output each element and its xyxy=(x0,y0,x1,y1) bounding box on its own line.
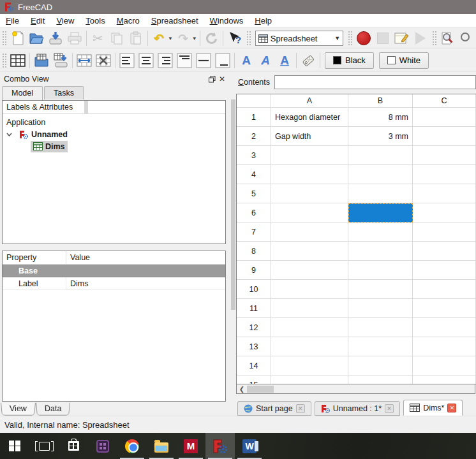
sheet-horizontal-scrollbar[interactable]: ❮ xyxy=(236,384,475,394)
file-explorer-button[interactable] xyxy=(147,433,176,459)
tree-item-application[interactable]: Application xyxy=(3,116,225,128)
align-center-button[interactable] xyxy=(137,52,156,69)
cell-A3[interactable] xyxy=(271,146,348,165)
merge-cells-button[interactable] xyxy=(75,52,94,69)
cell-A8[interactable] xyxy=(271,242,348,261)
sheet-vertical-scrollbar[interactable] xyxy=(230,96,236,393)
foreground-color-button[interactable]: Black xyxy=(325,52,374,69)
contents-input[interactable] xyxy=(274,75,476,89)
cell-B9[interactable] xyxy=(348,261,413,280)
align-right-button[interactable] xyxy=(156,52,175,69)
background-color-button[interactable]: White xyxy=(379,52,429,69)
cell-B3[interactable] xyxy=(348,146,413,165)
cell-B12[interactable] xyxy=(348,318,413,337)
property-group-base[interactable]: Base xyxy=(3,265,225,277)
open-file-button[interactable] xyxy=(27,29,47,47)
macro-edit-button[interactable] xyxy=(392,29,411,47)
cell-C2[interactable] xyxy=(413,127,476,146)
task-view-button[interactable] xyxy=(29,433,59,459)
macro-record-button[interactable] xyxy=(354,29,373,47)
scrollbar-thumb[interactable] xyxy=(247,386,274,393)
tab-data[interactable]: Data xyxy=(36,403,70,416)
zoom-button-clipped[interactable] xyxy=(457,29,476,47)
close-panel-icon[interactable]: ✕ xyxy=(217,74,227,84)
cell-A2[interactable]: Gap width xyxy=(271,127,348,146)
cell-B13[interactable] xyxy=(348,337,413,356)
column-header-B[interactable]: B xyxy=(348,94,413,108)
cell-B2[interactable]: 3 mm xyxy=(348,127,413,146)
cell-B8[interactable] xyxy=(348,242,413,261)
tab-dims-active[interactable]: Dims* ✕ xyxy=(403,400,463,416)
align-left-button[interactable] xyxy=(117,52,137,69)
export-spreadsheet-button[interactable] xyxy=(51,52,70,69)
row-header-12[interactable]: 12 xyxy=(237,318,271,337)
value-column-header[interactable]: Value xyxy=(66,251,94,264)
cell-A1[interactable]: Hexagon diameter xyxy=(271,108,348,127)
property-column-header[interactable]: Property xyxy=(3,251,66,264)
new-document-button[interactable] xyxy=(8,29,27,47)
row-header-1[interactable]: 1 xyxy=(237,108,271,127)
style-underline-button[interactable]: A xyxy=(275,52,294,69)
cell-A4[interactable] xyxy=(271,165,348,184)
row-header-13[interactable]: 13 xyxy=(237,337,271,356)
row-header-10[interactable]: 10 xyxy=(237,280,271,299)
import-spreadsheet-button[interactable] xyxy=(32,52,51,69)
freecad-taskbar-button[interactable] xyxy=(205,433,235,459)
macro-play-button[interactable] xyxy=(411,29,430,47)
cell-C15[interactable] xyxy=(413,375,476,384)
cut-button[interactable]: ✂ xyxy=(89,29,108,47)
property-row-label[interactable]: Label Dims xyxy=(3,277,225,290)
tab-model[interactable]: Model xyxy=(2,86,43,100)
column-header-C[interactable]: C xyxy=(413,94,476,108)
redo-button[interactable]: ↷ xyxy=(174,29,193,47)
start-button[interactable] xyxy=(0,433,29,459)
save-button[interactable] xyxy=(46,29,65,47)
whats-this-button[interactable]: ? xyxy=(225,29,244,47)
cell-A12[interactable] xyxy=(271,318,348,337)
style-bold-button[interactable]: A xyxy=(237,52,256,69)
scrollbar-thumb[interactable] xyxy=(231,99,235,310)
row-header-5[interactable]: 5 xyxy=(237,184,271,203)
cell-A14[interactable] xyxy=(271,356,348,375)
toolbar-grip[interactable] xyxy=(348,31,352,46)
menu-windows[interactable]: Windows xyxy=(204,15,249,27)
column-header-A[interactable]: A xyxy=(271,94,348,108)
cell-B1[interactable]: 8 mm xyxy=(348,108,413,127)
row-header-15[interactable]: 15 xyxy=(237,375,271,384)
zoom-fit-button[interactable] xyxy=(438,29,457,47)
close-tab-icon[interactable]: ✕ xyxy=(385,404,394,413)
cell-C13[interactable] xyxy=(413,337,476,356)
menu-view[interactable]: View xyxy=(50,15,80,27)
toolbar-grip[interactable] xyxy=(2,31,6,46)
set-alias-button[interactable] xyxy=(299,52,318,69)
row-header-2[interactable]: 2 xyxy=(237,127,271,146)
cell-B7[interactable] xyxy=(348,222,413,242)
tree-item-dims[interactable]: Dims xyxy=(3,140,225,152)
cell-B6-selected[interactable] xyxy=(348,203,413,222)
tab-view[interactable]: View xyxy=(1,403,36,416)
cell-A7[interactable] xyxy=(271,222,348,242)
menu-file[interactable]: File xyxy=(0,15,25,27)
cell-C14[interactable] xyxy=(413,356,476,375)
cell-A13[interactable] xyxy=(271,337,348,356)
cell-A11[interactable] xyxy=(271,299,348,318)
align-vcenter-button[interactable] xyxy=(194,52,213,69)
cell-B5[interactable] xyxy=(348,184,413,203)
toolbar-grip[interactable] xyxy=(432,31,436,46)
menu-spreadsheet[interactable]: Spreadsheet xyxy=(145,15,204,27)
cell-A5[interactable] xyxy=(271,184,348,203)
row-header-14[interactable]: 14 xyxy=(237,356,271,375)
cell-A10[interactable] xyxy=(271,280,348,299)
toolbar-grip[interactable] xyxy=(2,53,6,68)
sheet-corner[interactable] xyxy=(237,94,271,108)
cell-A15[interactable] xyxy=(271,375,348,384)
cell-C6[interactable] xyxy=(413,203,476,222)
cell-A6[interactable] xyxy=(271,203,348,222)
float-panel-icon[interactable] xyxy=(207,74,217,84)
menu-tools[interactable]: Tools xyxy=(80,15,110,27)
row-header-8[interactable]: 8 xyxy=(237,242,271,261)
refresh-button[interactable] xyxy=(202,29,221,47)
cell-C8[interactable] xyxy=(413,242,476,261)
create-spreadsheet-button[interactable] xyxy=(8,52,27,69)
cell-A9[interactable] xyxy=(271,261,348,280)
